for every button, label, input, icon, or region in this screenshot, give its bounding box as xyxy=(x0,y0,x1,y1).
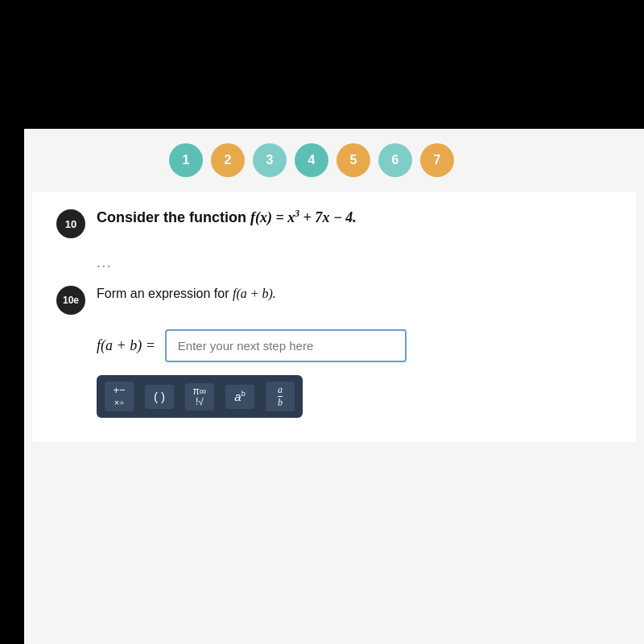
fraction-icon: a b xyxy=(278,385,283,408)
question-prefix: Consider the function xyxy=(97,209,250,225)
expression-input[interactable] xyxy=(165,329,407,362)
step-6[interactable]: 6 xyxy=(378,143,412,177)
expression-label: f(a + b) = xyxy=(97,337,155,354)
toolbar-fraction-button[interactable]: a b xyxy=(266,382,295,411)
power-icon: ab xyxy=(234,390,245,403)
symbols-icon: π∞!√ xyxy=(193,386,207,407)
subquestion-function: f(a + b). xyxy=(233,287,276,300)
toolbar-parens-button[interactable]: ( ) xyxy=(145,385,174,409)
toolbar-ops-button[interactable]: +−×÷ xyxy=(105,382,134,411)
expression-row: f(a + b) = xyxy=(97,329,612,362)
parens-icon: ( ) xyxy=(154,390,165,403)
step-7[interactable]: 7 xyxy=(420,143,454,177)
step-5[interactable]: 5 xyxy=(336,143,370,177)
question-badge-10: 10 xyxy=(56,209,85,238)
math-toolbar: +−×÷ ( ) π∞!√ ab a b xyxy=(97,375,303,418)
ellipsis: ... xyxy=(97,254,612,271)
subquestion-10e-row: 10e Form an expression for f(a + b). xyxy=(56,284,612,315)
toolbar-power-button[interactable]: ab xyxy=(225,385,254,409)
step-1[interactable]: 1 xyxy=(169,143,203,177)
step-4[interactable]: 4 xyxy=(295,143,328,177)
subquestion-10e-text: Form an expression for f(a + b). xyxy=(97,284,276,303)
ops-icon: +−×÷ xyxy=(113,385,125,408)
toolbar-symbols-button[interactable]: π∞!√ xyxy=(185,383,214,411)
question-function: f(x) = x3 + 7x − 4. xyxy=(250,209,357,225)
main-screen: 1 2 3 4 5 6 7 10 Consider the function f… xyxy=(24,129,644,644)
step-navigation: 1 2 3 4 5 6 7 xyxy=(24,129,644,192)
step-3[interactable]: 3 xyxy=(253,143,287,177)
subquestion-badge-10e: 10e xyxy=(56,286,85,315)
question-10-text: Consider the function f(x) = x3 + 7x − 4… xyxy=(97,208,357,228)
question-10-row: 10 Consider the function f(x) = x3 + 7x … xyxy=(56,208,612,238)
subquestion-prefix: Form an expression for xyxy=(97,287,233,300)
step-2[interactable]: 2 xyxy=(211,143,245,177)
content-area: 10 Consider the function f(x) = x3 + 7x … xyxy=(32,192,636,442)
